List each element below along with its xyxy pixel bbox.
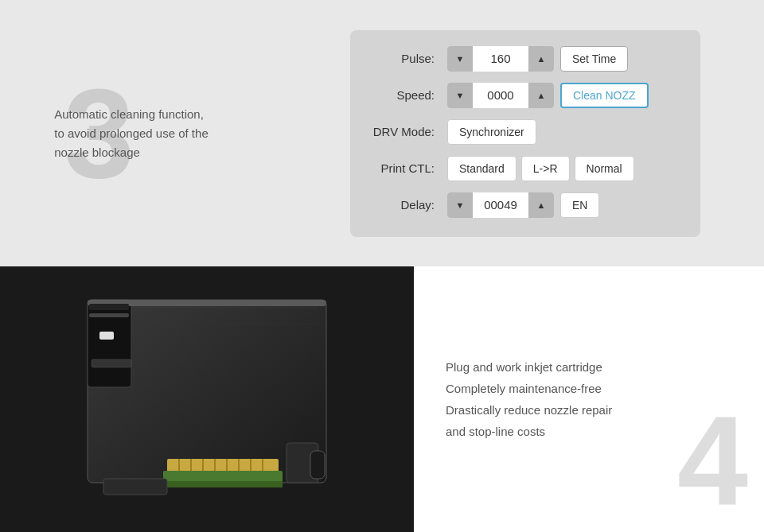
pulse-value: 160	[473, 46, 528, 72]
svg-rect-3	[89, 304, 129, 310]
delay-en-button[interactable]: EN	[560, 192, 599, 218]
delay-row: Delay: 00049 EN	[369, 192, 681, 218]
svg-rect-22	[103, 479, 167, 495]
right-info-panel: 4 Plug and work inkjet cartridge Complet…	[414, 266, 764, 532]
svg-rect-15	[163, 481, 283, 487]
delay-spin-group: 00049	[447, 192, 554, 218]
pulse-spin-group: 160	[447, 46, 554, 72]
svg-rect-17	[310, 451, 325, 479]
info-line-1: Plug and work inkjet cartridge	[446, 356, 740, 378]
print-ctl-standard-button[interactable]: Standard	[447, 156, 516, 181]
print-ctl-group: Standard L->R Normal	[447, 156, 634, 181]
svg-rect-18	[92, 359, 131, 367]
pulse-decrement-button[interactable]	[447, 46, 473, 72]
right-panel: Pulse: 160 Set Time Speed: 0000 Clean NO…	[294, 0, 764, 266]
speed-increment-button[interactable]	[528, 83, 554, 108]
cartridge-image	[40, 284, 374, 515]
print-ctl-lr-button[interactable]: L->R	[521, 156, 570, 181]
cartridge-panel	[0, 266, 414, 532]
controls-box: Pulse: 160 Set Time Speed: 0000 Clean NO…	[350, 30, 700, 237]
svg-rect-1	[88, 300, 131, 387]
pulse-row: Pulse: 160 Set Time	[369, 46, 681, 72]
delay-increment-button[interactable]	[528, 192, 554, 218]
speed-decrement-button[interactable]	[447, 83, 473, 108]
pulse-label: Pulse:	[369, 52, 441, 65]
speed-spin-group: 0000	[447, 83, 554, 108]
delay-label: Delay:	[369, 198, 441, 212]
drv-mode-row: DRV Mode: Synchronizer	[369, 119, 681, 145]
clean-nozz-button[interactable]: Clean NOZZ	[560, 83, 649, 108]
print-ctl-row: Print CTL: Standard L->R Normal	[369, 156, 681, 181]
svg-rect-4	[89, 313, 129, 317]
top-section: 3 Automatic cleaning function, to avoid …	[0, 0, 764, 266]
print-ctl-label: Print CTL:	[369, 161, 441, 175]
print-ctl-normal-button[interactable]: Normal	[575, 156, 634, 181]
speed-value: 0000	[473, 83, 528, 108]
speed-label: Speed:	[369, 88, 441, 102]
info-text: Plug and work inkjet cartridge Completel…	[446, 356, 740, 442]
set-time-button[interactable]: Set Time	[560, 46, 628, 72]
drv-mode-label: DRV Mode:	[369, 125, 441, 138]
drv-mode-button[interactable]: Synchronizer	[447, 119, 536, 145]
bottom-section: 4 Plug and work inkjet cartridge Complet…	[0, 266, 764, 532]
svg-rect-21	[99, 332, 114, 340]
description-text: Automatic cleaning function, to avoid pr…	[54, 105, 208, 162]
delay-value: 00049	[473, 192, 528, 218]
info-line-3: Drastically reduce nozzle repair	[446, 399, 740, 421]
delay-decrement-button[interactable]	[447, 192, 473, 218]
info-line-2: Completely maintenance-free	[446, 378, 740, 399]
info-line-4: and stop-line costs	[446, 421, 740, 442]
left-panel: 3 Automatic cleaning function, to avoid …	[0, 0, 294, 266]
speed-row: Speed: 0000 Clean NOZZ	[369, 83, 681, 108]
pulse-increment-button[interactable]	[528, 46, 554, 72]
